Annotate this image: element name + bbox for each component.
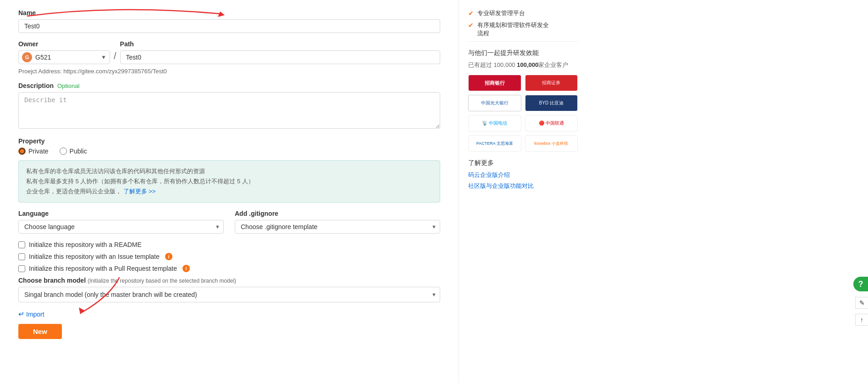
- learn-more-title: 了解更多: [468, 159, 578, 167]
- property-info-box: 私有仓库的非仓库成员无法访问该仓库的代码和其他任何形式的资源 私有仓库最多支持 …: [18, 160, 440, 202]
- property-public-label: Public: [70, 148, 87, 155]
- sidebar-divider1: [468, 41, 578, 42]
- path-label: Path: [120, 40, 440, 48]
- link-enterprise[interactable]: 码云企业版介绍: [468, 171, 578, 179]
- info-line1: 私有仓库的非仓库成员无法访问该仓库的代码和其他任何形式的资源: [26, 166, 432, 176]
- feature1-text: 专业研发管理平台: [477, 9, 525, 17]
- language-label: Language: [18, 210, 224, 217]
- logo-grid: 招商银行 招商证券 中国光大银行 BYD 比亚迪 📡 中国电信 🔴 中国联通 P…: [468, 75, 578, 152]
- feature1: ✔ 专业研发管理平台: [468, 9, 578, 17]
- path-input[interactable]: [120, 50, 440, 64]
- help-button[interactable]: ?: [853, 277, 868, 291]
- logo-byd: BYD 比亚迪: [525, 95, 578, 111]
- import-icon: ↵: [18, 310, 24, 318]
- gitignore-select-wrapper: Choose .gitignore template ▼: [235, 220, 440, 234]
- language-select-wrapper: Choose language ▼: [18, 220, 224, 234]
- property-public-option[interactable]: Public: [60, 148, 87, 155]
- description-textarea[interactable]: [18, 92, 440, 129]
- name-label: Name: [18, 9, 440, 16]
- check-icon-2: ✔: [468, 22, 474, 29]
- init-readme-label[interactable]: Initialize this repository with a README: [18, 241, 440, 248]
- logo-zhaoshang: 招商银行: [468, 75, 521, 91]
- init-readme-group: Initialize this repository with a README: [18, 241, 440, 248]
- init-pr-checkbox[interactable]: [18, 265, 25, 272]
- init-issue-group: Initialize this repository with an Issue…: [18, 253, 440, 260]
- init-issue-info-icon[interactable]: i: [165, 253, 172, 260]
- sidebar: ✔ 专业研发管理平台 ✔ 有序规划和管理软件研发全 流程 与他们一起提升研发效能…: [459, 0, 587, 383]
- top-button[interactable]: ↑: [855, 314, 868, 326]
- init-issue-text: Initialize this repository with an Issue…: [29, 253, 160, 260]
- edit-icon: ✎: [859, 299, 865, 306]
- init-issue-label[interactable]: Initialize this repository with an Issue…: [18, 253, 440, 260]
- info-line2: 私有仓库最多支持 5 人协作（如拥有多个私有仓库，所有协作人数总计不得超过 5 …: [26, 176, 432, 186]
- owner-avatar: G: [22, 52, 32, 62]
- description-label: Description Optional: [18, 82, 440, 89]
- customer-count: 已有超过 100,000 100,000家企业客户: [468, 61, 578, 69]
- edit-button[interactable]: ✎: [855, 297, 868, 309]
- init-pr-info-icon[interactable]: i: [182, 265, 190, 272]
- logo-unicom: 🔴 中国联通: [525, 115, 578, 131]
- feature2-text: 有序规划和管理软件研发全 流程: [477, 21, 549, 38]
- init-pr-label[interactable]: Initialize this repository with a Pull R…: [18, 265, 440, 272]
- init-readme-checkbox[interactable]: [18, 241, 25, 248]
- owner-select[interactable]: G521: [18, 50, 110, 64]
- property-private-option[interactable]: Private: [18, 148, 49, 155]
- logo-telecom: 📡 中国电信: [468, 115, 521, 131]
- property-label: Property: [18, 137, 440, 145]
- link-compare[interactable]: 社区版与企业版功能对比: [468, 182, 578, 190]
- logo-bank: 中国光大银行: [468, 95, 521, 111]
- property-private-label: Private: [28, 148, 49, 155]
- property-private-radio[interactable]: [18, 148, 26, 155]
- help-icon: ?: [858, 279, 863, 289]
- feature2: ✔ 有序规划和管理软件研发全 流程: [468, 21, 578, 38]
- logo-pactera: PACTERA 文思海算: [468, 135, 521, 152]
- gitignore-label: Add .gitignore: [235, 210, 440, 217]
- init-readme-text: Initialize this repository with a README: [29, 241, 142, 248]
- project-address: Proejct Address: https://gitee.com/zyx29…: [18, 68, 440, 75]
- info-line3: 企业仓库，更适合使用码云企业版， 了解更多 >>: [26, 186, 432, 197]
- description-optional: Optional: [57, 82, 79, 89]
- language-select[interactable]: Choose language: [18, 220, 224, 234]
- path-separator: /: [114, 51, 116, 64]
- import-link[interactable]: ↵ Import: [18, 310, 440, 318]
- branch-model-sub: (Initialize the repository based on the …: [88, 278, 236, 284]
- logo-knowbox: knowbox 小盒科技: [525, 135, 578, 152]
- import-link-text: Import: [26, 311, 44, 318]
- init-pr-text: Initialize this repository with a Pull R…: [29, 265, 177, 272]
- init-issue-checkbox[interactable]: [18, 253, 25, 260]
- logo-zhaoshang2: 招商证券: [525, 75, 578, 91]
- name-input[interactable]: [18, 19, 440, 33]
- owner-label: Owner: [18, 40, 110, 48]
- branch-model-select[interactable]: Singal branch model (only the master bra…: [18, 287, 440, 302]
- info-line3-link[interactable]: 了解更多 >>: [123, 188, 156, 195]
- init-pr-group: Initialize this repository with a Pull R…: [18, 265, 440, 272]
- new-button[interactable]: New: [18, 324, 62, 339]
- improve-title: 与他们一起提升研发效能: [468, 49, 578, 57]
- gitignore-select[interactable]: Choose .gitignore template: [235, 220, 440, 234]
- top-icon: ↑: [860, 316, 863, 323]
- property-public-radio[interactable]: [60, 148, 67, 155]
- branch-model-select-wrapper: Singal branch model (only the master bra…: [18, 287, 440, 302]
- check-icon-1: ✔: [468, 10, 474, 17]
- branch-model-label: Choose branch model (Initialize the repo…: [18, 277, 440, 284]
